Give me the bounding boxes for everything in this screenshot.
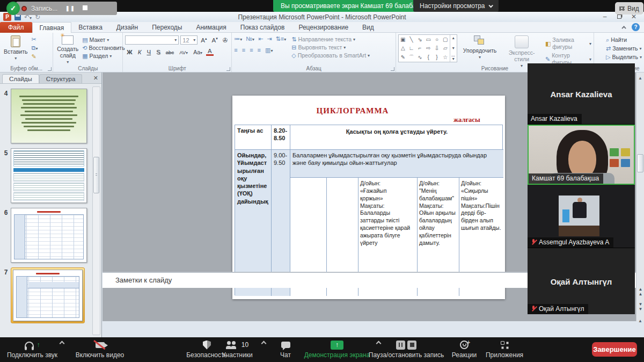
- columns-icon[interactable]: ▥▾: [265, 47, 273, 54]
- slide-thumbnail-7[interactable]: [13, 270, 83, 321]
- tab-review[interactable]: Рецензирование: [291, 22, 355, 33]
- scroll-thumb[interactable]: [637, 154, 643, 172]
- shapes-gallery[interactable]: ▣╲⇘▭○▢ △∟⌐⇨⇩▱ ✎⌒∿{}☆ ▲▼▼: [398, 34, 457, 62]
- participants-options-chevron[interactable]: [261, 341, 267, 346]
- minimize-button[interactable]: –: [601, 13, 609, 20]
- recording-stop-button[interactable]: [83, 5, 87, 11]
- font-name-combo[interactable]: ▾: [125, 35, 179, 45]
- view-settings-button[interactable]: Настройки просмотра: [413, 0, 499, 12]
- text-shadow-button[interactable]: S: [155, 49, 162, 55]
- find-button[interactable]: ⌕Найти: [606, 37, 642, 44]
- replace-button[interactable]: ⇄Заменить▾: [606, 45, 642, 52]
- paragraph-dialog-launcher[interactable]: [391, 67, 394, 71]
- tab-file[interactable]: Файл: [0, 22, 32, 33]
- change-case-button[interactable]: Aa▾: [192, 49, 204, 55]
- slide-thumbnail-row-6[interactable]: 6: [1, 208, 90, 263]
- slide-thumbnail-row-5[interactable]: 5: [1, 148, 90, 203]
- cut-icon[interactable]: ✂: [32, 36, 38, 43]
- tab-slideshow[interactable]: Показ слайдов: [233, 22, 292, 33]
- slide-area-scrollbar[interactable]: ▲ ▲▲ ▼▼ ▲: [636, 73, 644, 321]
- notes-scroll-up-icon[interactable]: ▲: [636, 317, 644, 324]
- numbering-icon[interactable]: №▾: [246, 35, 254, 42]
- participants-button[interactable]: 10 Участники: [216, 340, 259, 359]
- slide-thumbnail-row-4[interactable]: 4: [1, 89, 90, 143]
- align-center-icon[interactable]: ≡: [242, 47, 245, 54]
- tab-home[interactable]: Главная: [32, 22, 72, 33]
- increase-indent-icon[interactable]: ⇥: [267, 35, 272, 42]
- section-button[interactable]: ▦Раздел▾: [82, 53, 125, 60]
- end-meeting-button[interactable]: Завершение: [592, 342, 637, 357]
- slide-thumbnail-row-7[interactable]: 7: [1, 267, 90, 323]
- audio-options-chevron[interactable]: [60, 341, 65, 346]
- slide-thumbnail-5[interactable]: [11, 148, 87, 203]
- shrink-font-icon[interactable]: А▾: [210, 37, 219, 44]
- tab-view[interactable]: Вид: [355, 22, 381, 33]
- clear-formatting-icon[interactable]: ✇: [221, 37, 230, 44]
- close-slides-panel-icon[interactable]: ✕: [93, 75, 98, 82]
- justify-icon[interactable]: ≡: [258, 47, 261, 54]
- align-right-icon[interactable]: ≡: [250, 47, 253, 54]
- tab-insert[interactable]: Вставка: [71, 22, 109, 33]
- paste-button[interactable]: Вставить▾: [2, 34, 30, 62]
- stop-recording-icon[interactable]: [407, 341, 416, 350]
- start-video-button[interactable]: Включить видео: [73, 340, 127, 359]
- slides-panel-scroll-thumb[interactable]: [93, 157, 99, 193]
- shapes-scrollbar[interactable]: ▲▼▼: [450, 35, 457, 62]
- view-button[interactable]: Вид: [615, 2, 643, 15]
- underline-button[interactable]: Ч: [145, 49, 152, 55]
- tab-animations[interactable]: Анимация: [189, 22, 233, 33]
- align-left-icon[interactable]: ≡: [234, 47, 237, 54]
- tab-transitions[interactable]: Переходы: [145, 22, 189, 33]
- current-slide[interactable]: ЦИКЛОГРАММА жалғасы Таңғы ас 8.20- 8.50 …: [232, 96, 505, 299]
- slides-panel-scrollbar[interactable]: [92, 86, 100, 335]
- join-audio-button[interactable]: ↑ Подключить звук: [6, 340, 58, 359]
- line-spacing-icon[interactable]: ⇅≡▾: [276, 35, 287, 42]
- previous-slide-icon[interactable]: ▲▲: [636, 287, 644, 296]
- help-icon[interactable]: ?: [632, 23, 640, 31]
- copy-icon[interactable]: ⧉▾: [32, 45, 38, 52]
- shape-fill-button[interactable]: ◧Заливка фигуры▾: [545, 37, 591, 50]
- share-screen-icon: ↑: [331, 341, 343, 350]
- bullets-icon[interactable]: ≔▾: [234, 35, 242, 42]
- participant-tile-assemgul[interactable]: Assemgul Ayazbayeva A: [528, 185, 635, 248]
- new-slide-button[interactable]: Создать слайд▾: [55, 34, 80, 66]
- reset-button[interactable]: ⟲Восстановить: [82, 45, 125, 52]
- smartart-button[interactable]: ◇Преобразовать в SmartArt▾: [291, 52, 370, 59]
- participant-tile-ansar[interactable]: Ansar Kazalieva Ansar Kazalieva: [528, 63, 635, 125]
- grow-font-icon[interactable]: А▴: [199, 37, 208, 44]
- apps-button[interactable]: Приложения: [484, 340, 525, 359]
- font-color-button[interactable]: А: [206, 48, 214, 56]
- text-direction-button[interactable]: ⇅Направление текста▾: [291, 36, 370, 43]
- bold-button[interactable]: Ж: [125, 49, 134, 55]
- tab-outline[interactable]: Структура: [39, 74, 83, 83]
- decrease-indent-icon[interactable]: ⇤: [258, 35, 263, 42]
- select-button[interactable]: ▷Выделить▾: [606, 54, 642, 61]
- scroll-up-icon[interactable]: ▲: [636, 75, 644, 82]
- font-dialog-launcher[interactable]: [226, 67, 230, 71]
- layout-button[interactable]: ▤Макет▾: [82, 37, 125, 44]
- slide-thumbnail-4[interactable]: [11, 89, 87, 143]
- pause-stop-recording-button[interactable]: Пауза/остановить запись: [368, 340, 444, 359]
- strikethrough-button[interactable]: abc: [164, 49, 175, 55]
- align-text-button[interactable]: ⊟Выровнять текст▾: [291, 44, 370, 51]
- arrange-button[interactable]: Упорядочить▾: [462, 34, 498, 61]
- slide-thumbnail-6[interactable]: [11, 208, 87, 263]
- tab-slides-thumbnails[interactable]: Слайды: [2, 74, 39, 83]
- recording-pause-button[interactable]: ❚❚: [65, 5, 75, 11]
- participant-tile-kamshat[interactable]: Камшат 69 балабақша: [528, 125, 635, 185]
- reactions-button[interactable]: + Реакции: [449, 340, 480, 359]
- restore-button[interactable]: [617, 15, 621, 19]
- character-spacing-button[interactable]: AV▾: [178, 49, 189, 55]
- slide-title: ЦИКЛОГРАММА: [232, 106, 473, 115]
- slide-table[interactable]: Таңғы ас 8.20- 8.50 Қасықты оң қолға ұст…: [235, 125, 503, 295]
- font-size-combo[interactable]: 12▾: [180, 35, 197, 45]
- chat-button[interactable]: Чат: [274, 340, 297, 359]
- pause-recording-icon[interactable]: [396, 341, 405, 350]
- next-slide-icon[interactable]: ▼▼: [636, 302, 644, 312]
- clipboard-dialog-launcher[interactable]: [48, 67, 52, 71]
- italic-button[interactable]: К: [136, 49, 143, 55]
- tab-design[interactable]: Дизайн: [109, 22, 145, 33]
- participant-tile-okai[interactable]: Оқай Алтынгүл Оқай Алтынгүл: [528, 248, 635, 314]
- share-screen-button[interactable]: ↑ Демонстрация экрана: [302, 340, 372, 359]
- format-painter-icon[interactable]: ✎: [32, 53, 38, 60]
